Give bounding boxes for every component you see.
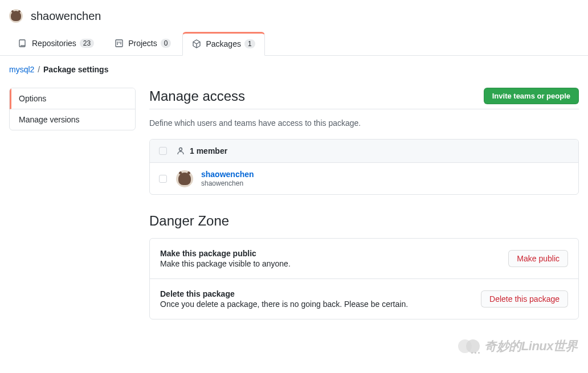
sidenav-item-options[interactable]: Options: [10, 88, 135, 109]
member-checkbox[interactable]: [159, 175, 167, 183]
member-handle: shaowenchen: [201, 179, 254, 187]
tab-label: Projects: [128, 39, 157, 48]
tab-count: 0: [161, 39, 172, 48]
danger-zone-box: Make this package public Make this packa…: [149, 238, 579, 319]
repo-icon: [18, 39, 27, 48]
danger-item-title: Delete this package: [160, 289, 408, 298]
member-row: shaowenchen shaowenchen: [150, 163, 578, 194]
svg-point-2: [179, 148, 182, 151]
tab-label: Packages: [206, 39, 240, 48]
main-content: Manage access Invite teams or people Def…: [149, 88, 579, 319]
avatar[interactable]: [9, 9, 23, 23]
tab-count: 1: [244, 39, 255, 48]
project-icon: [115, 39, 124, 48]
select-all-checkbox[interactable]: [159, 147, 167, 155]
tab-packages[interactable]: Packages 1: [182, 32, 264, 56]
breadcrumb-parent[interactable]: mysql2: [9, 65, 34, 74]
delete-package-button[interactable]: Delete this package: [481, 290, 568, 308]
breadcrumb: mysql2 / Package settings: [0, 56, 588, 74]
danger-item-title: Make this package public: [160, 249, 291, 258]
page-header: shaowenchen: [0, 0, 588, 32]
danger-item-delete: Delete this package Once you delete a pa…: [150, 279, 578, 319]
member-count: 1 member: [190, 146, 227, 155]
member-avatar[interactable]: [176, 170, 193, 187]
nav-tabs: Repositories 23 Projects 0 Packages 1: [0, 32, 588, 56]
tab-count: 23: [80, 39, 94, 48]
person-icon: [176, 146, 185, 155]
package-icon: [192, 39, 201, 48]
member-name[interactable]: shaowenchen: [201, 170, 254, 179]
danger-zone-title: Danger Zone: [149, 213, 579, 229]
members-box: 1 member shaowenchen shaowenchen: [149, 139, 579, 195]
username[interactable]: shaowenchen: [31, 10, 101, 23]
danger-item-desc: Make this package visible to anyone.: [160, 259, 291, 268]
sidenav-item-manage-versions[interactable]: Manage versions: [10, 109, 135, 130]
breadcrumb-sep: /: [38, 65, 40, 74]
tab-repositories[interactable]: Repositories 23: [9, 32, 103, 55]
tab-projects[interactable]: Projects 0: [105, 32, 180, 55]
danger-item-make-public: Make this package public Make this packa…: [150, 239, 578, 279]
tab-label: Repositories: [32, 39, 76, 48]
page-title: Manage access: [149, 88, 245, 104]
danger-item-desc: Once you delete a package, there is no g…: [160, 300, 408, 309]
make-public-button[interactable]: Make public: [508, 250, 568, 267]
section-subtitle: Define which users and teams have access…: [149, 118, 579, 128]
sidenav: Options Manage versions: [9, 88, 136, 130]
invite-button[interactable]: Invite teams or people: [484, 88, 579, 104]
breadcrumb-current: Package settings: [43, 65, 108, 74]
